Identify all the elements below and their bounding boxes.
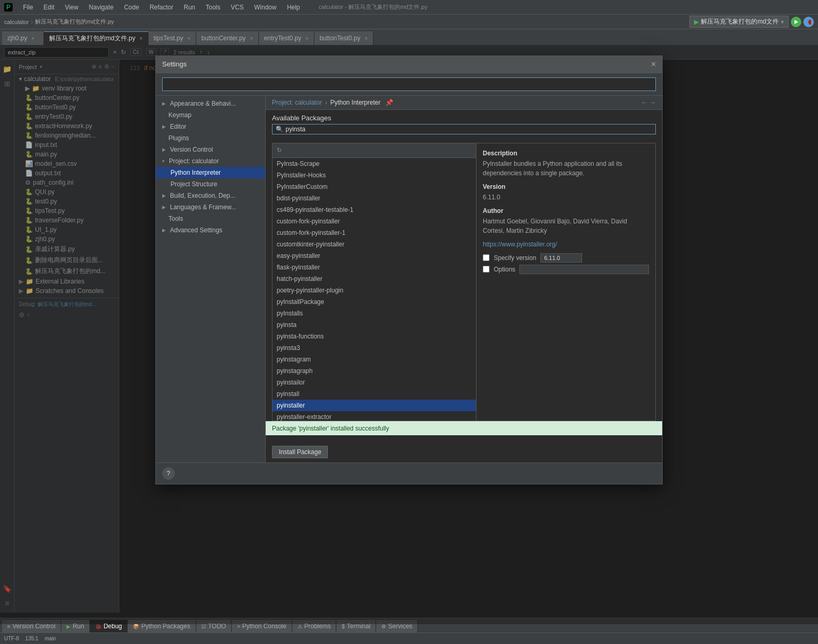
pkg-pyinstailor[interactable]: pyinstailor <box>272 377 476 388</box>
pkg-easy[interactable]: easy-pyinstaller <box>272 250 476 262</box>
packages-split: ↻ PyInsta-Scrape PyInstaller-Hooks PyIns… <box>272 143 656 421</box>
tab-buttoncenter[interactable]: buttonCenter.py × <box>196 31 259 45</box>
package-desc: Description PyInstaller bundles a Python… <box>476 143 655 421</box>
install-button-area: Install Package <box>266 435 662 462</box>
specify-version-input[interactable] <box>540 253 582 263</box>
pkg-pyinstallercustom[interactable]: PyInstallerCustom <box>272 181 476 193</box>
menu-run[interactable]: Run <box>181 3 197 12</box>
debug-tab-icon: 🐞 <box>95 624 101 629</box>
specify-version-label: Specify version <box>494 254 536 262</box>
nav-plugins[interactable]: Plugins <box>156 132 265 144</box>
dialog-close-button[interactable]: × <box>651 60 656 69</box>
menu-window[interactable]: Window <box>252 3 279 12</box>
tab-tipstest-close[interactable]: × <box>187 36 190 41</box>
desc-author-section: Author Hartmut Goebel, Giovanni Bajo, Da… <box>483 207 649 235</box>
pkg-pyinstaller[interactable]: pyinstaller <box>272 400 476 411</box>
tab-buttontest[interactable]: buttonTest0.py × <box>314 31 373 45</box>
desc-link[interactable]: https://www.pyinstaller.org/ <box>483 241 557 248</box>
tab-active[interactable]: 解压马克飞象打包的md文件.py × <box>44 31 149 45</box>
settings-nav-forward[interactable]: → <box>650 99 656 106</box>
nav-advanced[interactable]: ▶ Advanced Settings <box>156 224 265 236</box>
menu-refactor[interactable]: Refactor <box>147 3 175 12</box>
pkg-pyinstagraph[interactable]: pyinstagraph <box>272 365 476 377</box>
pkg-pyinsta-scrape[interactable]: PyInsta-Scrape <box>272 158 476 170</box>
install-package-button[interactable]: Install Package <box>272 446 328 458</box>
package-list-header: ↻ <box>272 143 476 158</box>
tab-active-close[interactable]: × <box>140 36 143 41</box>
pkg-cs489[interactable]: cs489-pyinstaller-testable-1 <box>272 204 476 216</box>
settings-breadcrumb-pin[interactable]: 📌 <box>385 99 393 106</box>
menu-tools[interactable]: Tools <box>203 3 222 12</box>
menu-edit[interactable]: Edit <box>41 3 56 12</box>
status-line: 135:1 <box>25 636 38 641</box>
success-banner: Package 'pyinstaller' installed successf… <box>266 421 662 435</box>
tab-buttontest-close[interactable]: × <box>365 36 368 41</box>
menu-code[interactable]: Code <box>122 3 141 12</box>
pkg-poetry[interactable]: poetry-pyinstaller-plugin <box>272 285 476 296</box>
pkg-hatch[interactable]: hatch-pyinstaller <box>272 273 476 285</box>
nav-languages[interactable]: ▶ Languages & Framew... <box>156 201 265 213</box>
specify-version-checkbox[interactable] <box>483 254 490 261</box>
tab-zjh0-label: zjh0.py <box>7 35 27 42</box>
package-list: ↻ PyInsta-Scrape PyInstaller-Hooks PyIns… <box>272 143 476 421</box>
nav-project-structure[interactable]: Project Structure <box>156 178 265 190</box>
nav-build-label: Build, Execution, Dep... <box>170 192 235 199</box>
settings-search-input[interactable] <box>162 77 656 91</box>
nav-appearance[interactable]: ▶ Appearance & Behavi... <box>156 98 265 109</box>
pkg-pyinsta3[interactable]: pyinsta3 <box>272 342 476 354</box>
tab-entrytest-close[interactable]: × <box>305 36 309 41</box>
pkg-pyinstallpackage[interactable]: pyInstallPackage <box>272 296 476 308</box>
menu-navigate[interactable]: Navigate <box>87 3 116 12</box>
nav-editor[interactable]: ▶ Editor <box>156 121 265 132</box>
tab-zjh0[interactable]: zjh0.py × <box>2 31 44 45</box>
packages-search-input[interactable] <box>286 126 652 133</box>
menu-vcs[interactable]: VCS <box>229 3 246 12</box>
run-button[interactable] <box>791 17 801 27</box>
settings-nav-back[interactable]: ← <box>641 99 647 106</box>
refresh-icon[interactable]: ↻ <box>277 146 282 154</box>
ide-window: P File Edit View Navigate Code Refactor … <box>0 0 818 644</box>
debug-button[interactable]: 🐞 <box>803 17 814 27</box>
tab-tipstest[interactable]: tipsTest.py × <box>149 31 197 45</box>
run-icon: ▶ <box>66 624 71 629</box>
pkg-pyinsta-functions[interactable]: pyinsta-functions <box>272 331 476 342</box>
tab-entrytest[interactable]: entryTest0.py × <box>259 31 314 45</box>
menu-bar: P File Edit View Navigate Code Refactor … <box>0 0 818 15</box>
nav-vcs[interactable]: ▶ Version Control <box>156 144 265 155</box>
help-button[interactable]: ? <box>162 467 175 480</box>
pkg-flask[interactable]: flask-pyinstaller <box>272 262 476 273</box>
status-encoding: UTF-8 <box>4 636 19 641</box>
pkg-pyinstaller-hooks[interactable]: PyInstaller-Hooks <box>272 170 476 181</box>
pkg-custom-fork[interactable]: custom-fork-pyinstaller <box>272 216 476 227</box>
desc-version-section: Version 6.11.0 <box>483 183 649 202</box>
pkg-pyinstalls[interactable]: pyInstalls <box>272 308 476 319</box>
packages-search-box: 🔍 <box>272 124 656 134</box>
nav-advanced-label: Advanced Settings <box>170 227 222 234</box>
menu-view[interactable]: View <box>63 3 81 12</box>
pkg-pyinsta[interactable]: pyinsta <box>272 319 476 331</box>
nav-vcs-label: Version Control <box>170 146 213 153</box>
nav-tools[interactable]: Tools <box>156 213 265 224</box>
pkg-bdist-pyinstaller[interactable]: bdist-pyinstaller <box>272 193 476 204</box>
options-input[interactable] <box>519 265 649 274</box>
tab-tipstest-label: tipsTest.py <box>154 35 184 42</box>
problems-icon: ⚠ <box>298 624 302 629</box>
run-config-dropdown[interactable]: ▾ <box>781 18 784 26</box>
pkg-pyinstaller-extractor[interactable]: pyinstaller-extractor <box>272 411 476 421</box>
menu-help[interactable]: Help <box>285 3 302 12</box>
pkg-custom-fork-1[interactable]: custom-fork-pyinstaller-1 <box>272 227 476 239</box>
nav-project[interactable]: ▾ Project: calculator <box>156 155 265 167</box>
breadcrumb-project: calculator <box>4 19 29 25</box>
tab-buttoncenter-close[interactable]: × <box>250 36 253 41</box>
options-checkbox[interactable] <box>483 266 490 273</box>
desc-title-label: Description <box>483 150 649 157</box>
menu-file[interactable]: File <box>21 3 35 12</box>
pkg-pyinstall[interactable]: pyinstall <box>272 388 476 400</box>
tab-zjh0-close[interactable]: × <box>31 36 35 41</box>
pkg-customtkinter[interactable]: customtkinter-pyinstaller <box>272 239 476 250</box>
nav-python-interpreter[interactable]: Python Interpreter <box>156 167 265 178</box>
pkg-pyinstagram[interactable]: pyinstagram <box>272 354 476 365</box>
settings-content: Project: calculator › Python Interpreter… <box>266 96 662 462</box>
nav-build[interactable]: ▶ Build, Execution, Dep... <box>156 190 265 201</box>
nav-keymap[interactable]: Keymap <box>156 109 265 121</box>
